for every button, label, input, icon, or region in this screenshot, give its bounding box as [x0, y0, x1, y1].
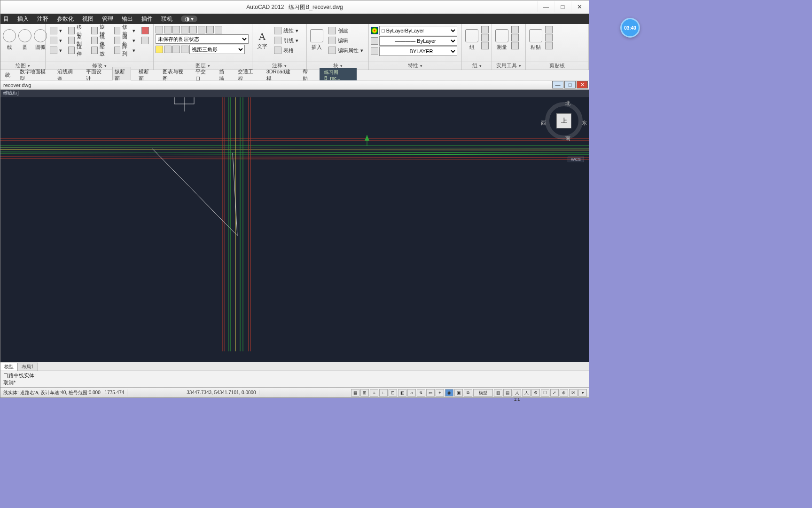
- command-line[interactable]: 口路中线实体: 取消*: [0, 371, 589, 387]
- line-tool[interactable]: 线: [2, 26, 16, 54]
- group-icon: [465, 29, 478, 42]
- secondary-menu: 统 数字地面模型 沿线调查 平面设计 纵断面 横断面 图表与视图 平交口 挡墙 …: [0, 70, 589, 80]
- doc-header: recover.dwg — □ ✕: [0, 80, 589, 90]
- linetype-combo[interactable]: ———— ByLayer: [379, 36, 457, 46]
- doc-close[interactable]: ✕: [577, 81, 588, 88]
- menu-item[interactable]: 视图: [82, 15, 94, 23]
- layer-combo[interactable]: 视距三角形: [189, 45, 245, 54]
- model-button[interactable]: 模型: [473, 389, 493, 397]
- svg-line-6: [0, 150, 589, 150]
- color-combo[interactable]: □ ByLayerByLayer: [379, 26, 457, 35]
- panel-title-prop[interactable]: 特性: [369, 61, 461, 70]
- status-toggle[interactable]: ↯: [417, 389, 425, 397]
- status-toggle[interactable]: ▣: [454, 389, 463, 397]
- linear-dim-tool[interactable]: 线性 ▾: [272, 26, 301, 35]
- edit-attr-tool[interactable]: 编辑属性 ▾: [326, 46, 366, 55]
- array-tool[interactable]: 阵列 ▾: [112, 46, 138, 55]
- status-toggle[interactable]: ⊿: [407, 389, 416, 397]
- table-tool[interactable]: 表格: [272, 46, 301, 55]
- title-bar: AutoCAD 2012 练习图B_recover.dwg — □ ✕: [0, 0, 589, 14]
- move-icon: [68, 27, 75, 34]
- close-button[interactable]: ✕: [571, 1, 588, 12]
- text-tool[interactable]: A文字: [254, 26, 270, 54]
- menu-item[interactable]: 管理: [102, 15, 113, 23]
- tool-small[interactable]: [139, 26, 151, 35]
- fillet-icon: [114, 37, 120, 44]
- maximize-button[interactable]: □: [554, 1, 571, 12]
- doc-title: recover.dwg: [3, 82, 31, 88]
- viewport-label: 维线框]: [0, 90, 589, 97]
- panel-title-anno[interactable]: 注释: [252, 61, 306, 70]
- status-toggles: ▦ ⊞ ⌗ ∟ ⊡ ◧ ⊿ ↯ ▭ + ◉ ▣ ⧉ 模型 ▥ ▤ 人 1:1 人…: [351, 389, 589, 397]
- stretch-icon: [68, 47, 75, 54]
- layout-tab[interactable]: 布局1: [18, 363, 38, 371]
- menu-item[interactable]: 插件: [141, 15, 153, 23]
- panel-title-modify[interactable]: 修改: [46, 61, 153, 70]
- panel-title-util[interactable]: 实用工具: [492, 61, 525, 70]
- ribbon: 线 圆 圆弧 绘图 ▾ ▾ ▾ 移动 复制 拉伸 旋转 镜像 缩放: [0, 24, 589, 70]
- arc-icon: [34, 29, 47, 42]
- edit-block-tool[interactable]: 编辑: [326, 36, 366, 45]
- menu-item[interactable]: 输出: [122, 15, 133, 23]
- status-info: 线实体: 道路名:a, 设计车速:40, 桩号范围:0.000 - 1775.4…: [0, 389, 127, 396]
- cut-icon[interactable]: [545, 26, 553, 33]
- doc-minimize[interactable]: —: [552, 81, 563, 88]
- menu-item[interactable]: 插入: [17, 15, 29, 23]
- status-toggle[interactable]: ∟: [379, 389, 388, 397]
- sec-menu-item[interactable]: 统: [3, 71, 12, 79]
- menu-item[interactable]: 注释: [37, 15, 48, 23]
- status-toggle[interactable]: ⌗: [370, 389, 378, 397]
- circle-tool[interactable]: 圆: [18, 26, 32, 54]
- copy-icon: [68, 37, 75, 44]
- viewcube-top[interactable]: 上: [556, 113, 571, 128]
- coords: 33447.7343, 54341.7101, 0.0000: [184, 390, 259, 395]
- panel-title-block[interactable]: 块: [307, 61, 368, 70]
- status-toggle[interactable]: ◉: [445, 389, 453, 397]
- panel-title-grp[interactable]: 组: [462, 61, 492, 70]
- layout-tab[interactable]: 模型: [0, 363, 18, 371]
- app-title: AutoCAD 2012: [246, 4, 284, 10]
- wcs-label[interactable]: WCS: [568, 157, 584, 162]
- group-tool[interactable]: 组: [464, 26, 480, 54]
- tool-small[interactable]: ▾: [47, 46, 64, 55]
- panel-title-clip: 剪贴板: [526, 61, 588, 70]
- status-toggle[interactable]: +: [436, 389, 444, 397]
- scale-icon: [91, 47, 98, 54]
- status-toggle[interactable]: ▦: [351, 389, 359, 397]
- tool-small[interactable]: ▾: [47, 36, 64, 45]
- menu-item[interactable]: 参数化: [57, 15, 74, 23]
- measure-tool[interactable]: 测量: [494, 26, 510, 54]
- rotate-icon: [91, 27, 98, 34]
- svg-line-2: [0, 157, 589, 158]
- lineweight-combo[interactable]: —— BYLAYER: [379, 47, 457, 56]
- paste-tool[interactable]: 粘贴: [528, 26, 544, 54]
- status-toggle[interactable]: ⊞: [360, 389, 369, 397]
- insert-tool[interactable]: 插入: [309, 26, 325, 54]
- layer-state-combo[interactable]: 未保存的图层状态: [156, 34, 249, 44]
- circle-icon: [18, 29, 31, 42]
- menu-item[interactable]: 目: [3, 15, 9, 23]
- search-button[interactable]: ◑ ▾: [181, 16, 197, 22]
- scale[interactable]: 人 1:1: [513, 389, 521, 397]
- leader-tool[interactable]: 引线 ▾: [272, 36, 301, 45]
- scale-tool[interactable]: 缩放: [89, 46, 110, 55]
- viewcube[interactable]: 北 南 西 东 上: [544, 102, 584, 149]
- tool-small[interactable]: [139, 36, 151, 45]
- status-toggle[interactable]: ▭: [426, 389, 435, 397]
- status-toggle[interactable]: ◧: [398, 389, 406, 397]
- file-tab[interactable]: 练习图B_rec...: [320, 68, 357, 82]
- panel-title-layer[interactable]: 图层: [154, 61, 252, 70]
- status-toggle[interactable]: ⊡: [389, 389, 397, 397]
- tool-small[interactable]: ▾: [47, 26, 64, 35]
- menu-item[interactable]: 联机: [161, 15, 172, 23]
- drawing-svg: [0, 97, 589, 351]
- minimize-button[interactable]: —: [537, 1, 554, 12]
- create-block-tool[interactable]: 创建: [326, 26, 366, 35]
- status-toggle[interactable]: ⧉: [464, 389, 472, 397]
- stretch-tool[interactable]: 拉伸: [66, 46, 87, 55]
- file-name: 练习图B_recover.dwg: [289, 3, 343, 11]
- doc-maximize[interactable]: □: [564, 81, 576, 88]
- drawing-canvas[interactable]: 北 南 西 东 上 WCS: [0, 97, 589, 362]
- panel-title-draw[interactable]: 绘图: [0, 61, 45, 70]
- layer-icon[interactable]: [156, 26, 163, 33]
